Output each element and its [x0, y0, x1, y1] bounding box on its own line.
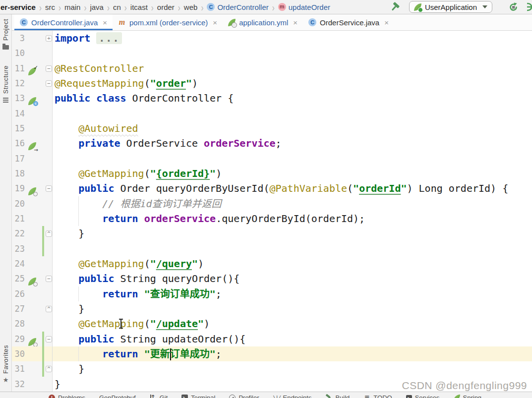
breadcrumb-item-ordercontroller[interactable]: OrderController [207, 3, 268, 11]
code-token: "更新 [144, 348, 170, 360]
code-line-content[interactable]: @GetMapping("{orderId}") [53, 166, 532, 181]
mapping-link[interactable]: /update [156, 318, 198, 330]
tool-window-button-structure[interactable]: Structure [2, 65, 9, 104]
status-item-endpoints[interactable]: Endpoints [273, 394, 312, 398]
status-item-genprotobuf[interactable]: GenProtobuf [99, 394, 136, 398]
mapping-link[interactable]: orderId [359, 182, 401, 194]
fold-marker[interactable]: − [46, 336, 52, 342]
fold-marker[interactable]: ^ [46, 366, 52, 372]
tool-window-button-project[interactable]: Project [2, 19, 9, 50]
breadcrumb-item-er-service[interactable]: er-service [0, 3, 36, 11]
code-token: ) [192, 77, 198, 89]
breadcrumb-item-web[interactable]: web [184, 3, 198, 11]
tab-bar: OrderController.java×pom.xml (order-serv… [12, 14, 532, 31]
mapping-icon[interactable] [28, 187, 36, 195]
status-item-problems[interactable]: Problems [49, 394, 85, 398]
breadcrumb-item-itcast[interactable]: itcast [130, 3, 148, 11]
fold-marker[interactable]: − [46, 80, 52, 87]
mapping-icon[interactable] [28, 338, 36, 346]
code-line-content[interactable]: private OrderService orderService; [53, 136, 532, 151]
code-line-content[interactable]: @GetMapping("/update") [53, 316, 532, 331]
autowired-icon[interactable] [28, 142, 36, 150]
status-item-services[interactable]: Services [406, 394, 440, 398]
code-token: @RequestMapping [55, 77, 144, 89]
breadcrumb-item-java[interactable]: java [90, 3, 104, 11]
code-line: 12−@RequestMapping("order") [12, 76, 532, 91]
spring-bean-check-icon[interactable] [28, 67, 36, 75]
tab-close-icon[interactable]: × [384, 18, 389, 27]
breadcrumb-item-updateorder[interactable]: updateOrder [278, 3, 330, 11]
code-line-content[interactable]: @Autowired [53, 121, 532, 136]
code-line-content[interactable]: return "更新订单成功"; [53, 346, 532, 361]
code-line-content[interactable]: return "查询订单成功"; [53, 286, 532, 301]
editor-tab-application-yml[interactable]: application.yml× [223, 14, 303, 30]
tab-label: OrderController.java [31, 18, 98, 27]
editor-code-area[interactable]: 3+import ...1011−@RestController12−@Requ… [12, 31, 532, 392]
code-line-content[interactable] [53, 151, 532, 166]
code-line-content[interactable] [53, 241, 532, 256]
code-line-content[interactable]: } [53, 361, 532, 376]
tab-close-icon[interactable]: × [103, 18, 107, 27]
problems-icon [49, 395, 55, 398]
code-token: // 根据id查询订单并返回 [102, 198, 221, 210]
code-line-content[interactable]: public String queryOrder(){ [53, 271, 532, 286]
mapping-link[interactable]: order [156, 77, 186, 89]
code-line-content[interactable]: @RequestMapping("order") [53, 76, 532, 91]
code-line-content[interactable] [53, 46, 532, 60]
tool-window-button-favorites[interactable]: Favorites [2, 345, 9, 384]
gutter: 25− [12, 271, 53, 286]
code-line-content[interactable]: } [53, 301, 532, 316]
breadcrumb-item-src[interactable]: src [45, 3, 55, 11]
gutter: 20 [12, 196, 53, 211]
editor-tab-pom-xml-order-service[interactable]: pom.xml (order-service)× [113, 14, 223, 30]
code-token: ( [144, 258, 150, 270]
code-line-content[interactable]: @RestController [53, 61, 532, 76]
code-line-content[interactable]: public String updateOrder(){ [53, 332, 532, 346]
status-item-git[interactable]: Git [150, 394, 168, 398]
fold-marker[interactable]: ^ [46, 230, 52, 237]
code-token: ( [144, 318, 150, 330]
code-line-content[interactable]: public Order queryOrderByUserId(@PathVar… [53, 181, 532, 196]
code-line-content[interactable]: // 根据id查询订单并返回 [53, 196, 532, 211]
spring-class-icon[interactable] [28, 97, 36, 105]
status-item-terminal[interactable]: Terminal [181, 394, 215, 398]
breadcrumb-separator: › [124, 1, 127, 12]
fold-marker[interactable]: − [46, 276, 52, 282]
code-line-content[interactable]: @GetMapping("/query") [53, 256, 532, 271]
fold-marker[interactable]: + [46, 35, 52, 42]
breadcrumb-item-main[interactable]: main [64, 3, 81, 11]
code-token: return [102, 288, 138, 300]
code-token: " [192, 258, 198, 270]
code-token: } [78, 363, 84, 375]
build-hammer-icon[interactable] [389, 1, 401, 13]
mapping-icon[interactable] [28, 278, 36, 285]
clipped-toolbar-icon[interactable] [523, 1, 532, 13]
fold-marker[interactable]: − [46, 65, 52, 72]
breadcrumb-item-order[interactable]: order [157, 3, 175, 11]
code-line-content[interactable]: import ... [53, 31, 532, 46]
editor-tab-orderservice-java[interactable]: OrderService.java× [303, 14, 394, 30]
breadcrumb-item-cn[interactable]: cn [113, 3, 121, 11]
code-line-content[interactable] [53, 106, 532, 121]
status-label: TODO [373, 394, 392, 398]
line-number: 25 [12, 271, 25, 286]
fold-marker[interactable]: ^ [46, 306, 52, 312]
editor-tab-ordercontroller-java[interactable]: OrderController.java× [14, 14, 113, 30]
mapping-link[interactable]: /query [156, 258, 192, 270]
code-line-content[interactable]: public class OrderController { [53, 91, 532, 106]
run-configuration-select[interactable]: UserApplication [409, 1, 492, 13]
code-line-content[interactable]: return orderService.queryOrderById(order… [53, 211, 532, 226]
gutter: 17 [12, 151, 53, 166]
code-line-content[interactable]: } [53, 226, 532, 241]
status-item-todo[interactable]: TODO [363, 394, 392, 398]
status-item-spring[interactable]: Spring [454, 394, 482, 398]
mapping-link[interactable]: {orderId} [156, 168, 210, 179]
fold-marker[interactable]: − [46, 185, 52, 192]
rerun-icon[interactable] [507, 1, 519, 13]
status-item-profiler[interactable]: Profiler [229, 394, 259, 398]
tab-close-icon[interactable]: × [213, 18, 217, 27]
status-item-build[interactable]: Build [325, 394, 350, 398]
breadcrumb-label: order [157, 3, 175, 11]
tab-close-icon[interactable]: × [293, 18, 297, 27]
method-icon [278, 3, 286, 11]
